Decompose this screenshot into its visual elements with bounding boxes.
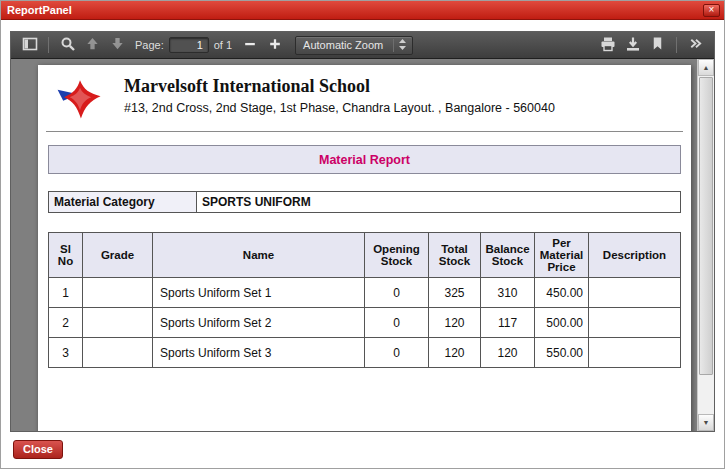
- vertical-scrollbar[interactable]: ▲ ▼: [697, 59, 714, 431]
- print-button[interactable]: [595, 34, 620, 56]
- page-count-label: of 1: [214, 39, 232, 51]
- table-cell: 325: [429, 278, 481, 308]
- scroll-up-icon: ▲: [703, 64, 710, 71]
- download-button[interactable]: [620, 34, 645, 56]
- school-name: Marvelsoft International School: [124, 76, 555, 97]
- school-address: #13, 2nd Cross, 2nd Stage, 1st Phase, Ch…: [124, 101, 555, 115]
- report-table: Sl NoGradeNameOpening StockTotal StockBa…: [48, 232, 681, 368]
- table-cell: 500.00: [535, 308, 589, 338]
- bookmark-icon: [650, 36, 665, 54]
- toolbar-divider: [48, 37, 49, 53]
- table-row: 1Sports Uniform Set 10325310450.00: [49, 278, 681, 308]
- table-cell: [83, 278, 153, 308]
- school-header-text: Marvelsoft International School #13, 2nd…: [124, 76, 555, 115]
- window-titlebar[interactable]: ReportPanel ×: [1, 1, 724, 20]
- window-title: ReportPanel: [7, 4, 72, 16]
- table-cell: 117: [481, 308, 535, 338]
- printer-icon: [600, 36, 616, 55]
- table-cell: 1: [49, 278, 83, 308]
- page-number-input[interactable]: [169, 37, 209, 53]
- category-table: Material Category SPORTS UNIFORM: [48, 191, 681, 213]
- close-button[interactable]: Close: [13, 440, 63, 459]
- category-value: SPORTS UNIFORM: [197, 192, 681, 213]
- pdf-viewer: Page: of 1 Automatic Zoom: [10, 31, 715, 432]
- table-row: 2Sports Uniform Set 20120117500.00: [49, 308, 681, 338]
- table-cell: [589, 338, 681, 368]
- table-cell: 550.00: [535, 338, 589, 368]
- zoom-out-button[interactable]: [237, 34, 262, 56]
- double-chevron-right-icon: [688, 36, 703, 54]
- school-logo: [52, 78, 108, 124]
- table-row: 3Sports Uniform Set 30120120550.00: [49, 338, 681, 368]
- scroll-down-icon: ▼: [703, 419, 710, 426]
- page-label: Page:: [135, 39, 164, 51]
- pdf-toolbar: Page: of 1 Automatic Zoom: [11, 32, 714, 59]
- previous-page-button[interactable]: [80, 34, 105, 56]
- toolbar-divider: [676, 37, 677, 53]
- search-icon: [60, 36, 76, 55]
- more-tools-button[interactable]: [683, 34, 708, 56]
- table-header-cell: Name: [153, 233, 365, 278]
- table-cell: 0: [365, 338, 429, 368]
- category-row: Material Category SPORTS UNIFORM: [49, 192, 681, 213]
- next-page-button[interactable]: [105, 34, 130, 56]
- table-cell: 450.00: [535, 278, 589, 308]
- table-cell: [83, 338, 153, 368]
- category-label: Material Category: [49, 192, 197, 213]
- table-header-row: Sl NoGradeNameOpening StockTotal StockBa…: [49, 233, 681, 278]
- arrow-down-icon: [110, 36, 125, 54]
- plus-icon: [268, 37, 282, 54]
- report-page: Marvelsoft International School #13, 2nd…: [38, 65, 691, 431]
- table-header-cell: Per Material Price: [535, 233, 589, 278]
- minus-icon: [243, 37, 257, 54]
- report-header: Marvelsoft International School #13, 2nd…: [48, 74, 681, 124]
- table-cell: 310: [481, 278, 535, 308]
- close-icon: ×: [709, 4, 715, 15]
- table-header-cell: Description: [589, 233, 681, 278]
- table-header-cell: Sl No: [49, 233, 83, 278]
- report-panel-window: ReportPanel × Page: of 1: [0, 0, 725, 469]
- table-cell: 2: [49, 308, 83, 338]
- table-cell: 0: [365, 278, 429, 308]
- table-header-cell: Opening Stock: [365, 233, 429, 278]
- table-cell: [589, 308, 681, 338]
- zoom-select-divider: [393, 39, 394, 52]
- sidebar-toggle-icon: [22, 36, 38, 55]
- table-cell: Sports Uniform Set 1: [153, 278, 365, 308]
- report-title-banner: Material Report: [48, 145, 681, 174]
- report-title: Material Report: [319, 153, 410, 167]
- zoom-select[interactable]: Automatic Zoom: [295, 36, 413, 55]
- table-cell: 120: [429, 338, 481, 368]
- panel-footer: Close: [1, 433, 724, 468]
- window-close-button[interactable]: ×: [703, 4, 720, 17]
- sidebar-toggle-button[interactable]: [17, 34, 42, 56]
- header-divider: [46, 131, 683, 132]
- bookmark-button[interactable]: [645, 34, 670, 56]
- table-body: 1Sports Uniform Set 10325310450.002Sport…: [49, 278, 681, 368]
- document-area: Marvelsoft International School #13, 2nd…: [11, 59, 714, 431]
- table-cell: 120: [481, 338, 535, 368]
- table-cell: 0: [365, 308, 429, 338]
- table-cell: 3: [49, 338, 83, 368]
- table-cell: Sports Uniform Set 3: [153, 338, 365, 368]
- scroll-up-button[interactable]: ▲: [698, 59, 714, 76]
- search-button[interactable]: [55, 34, 80, 56]
- table-header-cell: Grade: [83, 233, 153, 278]
- table-cell: 120: [429, 308, 481, 338]
- download-icon: [625, 36, 641, 55]
- table-cell: [589, 278, 681, 308]
- scroll-down-button[interactable]: ▼: [698, 414, 714, 431]
- select-arrows-icon: [398, 38, 407, 53]
- table-cell: Sports Uniform Set 2: [153, 308, 365, 338]
- table-header-cell: Total Stock: [429, 233, 481, 278]
- zoom-in-button[interactable]: [262, 34, 287, 56]
- scrollbar-thumb[interactable]: [699, 77, 713, 375]
- arrow-up-icon: [85, 36, 100, 54]
- table-header-cell: Balance Stock: [481, 233, 535, 278]
- zoom-value: Automatic Zoom: [303, 39, 383, 51]
- table-cell: [83, 308, 153, 338]
